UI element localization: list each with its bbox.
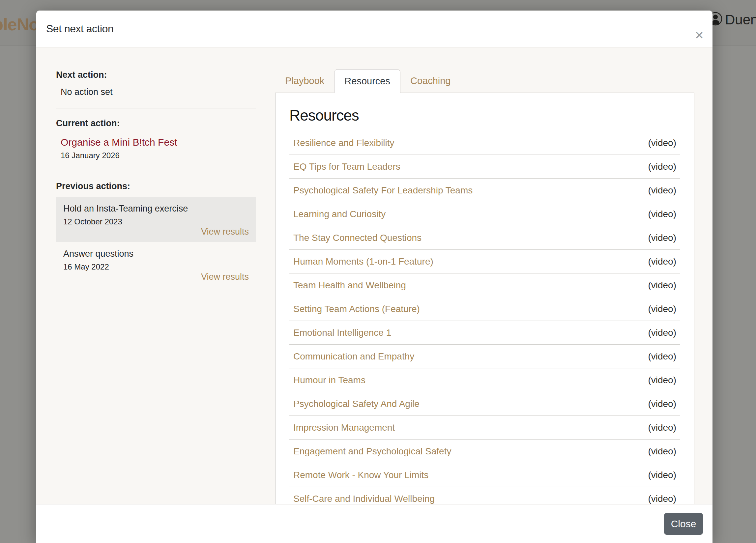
previous-action-title: Answer questions xyxy=(63,248,249,259)
resource-link[interactable]: Psychological Safety For Leadership Team… xyxy=(293,185,473,196)
resources-tab-panel: Resources Resilience and Flexibility (vi… xyxy=(275,93,694,543)
resource-link[interactable]: The Stay Connected Questions xyxy=(293,233,422,243)
resource-link[interactable]: Setting Team Actions (Feature) xyxy=(293,304,420,314)
resource-link[interactable]: Engagement and Psychological Safety xyxy=(293,446,451,457)
resource-row: Setting Team Actions (Feature) (video) xyxy=(289,297,680,321)
resource-row: Remote Work - Know Your Limits (video) xyxy=(289,463,680,487)
previous-action-date: 16 May 2022 xyxy=(63,262,249,272)
resource-type-badge: (video) xyxy=(648,351,676,362)
resource-type-badge: (video) xyxy=(648,422,676,433)
action-history-panel: Next action: No action set Current actio… xyxy=(56,69,256,543)
dialog-title: Set next action xyxy=(46,23,113,35)
resource-row: The Stay Connected Questions (video) xyxy=(289,226,680,250)
resource-link[interactable]: Humour in Teams xyxy=(293,375,365,386)
tab[interactable]: Playbook xyxy=(275,69,334,93)
resource-type-badge: (video) xyxy=(648,185,676,196)
resource-link[interactable]: EQ Tips for Team Leaders xyxy=(293,161,400,172)
resource-type-badge: (video) xyxy=(648,233,676,243)
view-results-link[interactable]: View results xyxy=(201,227,249,237)
previous-action-title: Hold an Insta-Teaming exercise xyxy=(63,203,249,214)
resource-row: Team Health and Wellbeing (video) xyxy=(289,273,680,297)
resources-heading: Resources xyxy=(289,106,680,125)
resource-row: Humour in Teams (video) xyxy=(289,368,680,392)
resource-link[interactable]: Learning and Curiosity xyxy=(293,209,386,219)
current-action-date: 16 January 2026 xyxy=(56,151,256,160)
resource-link[interactable]: Psychological Safety And Agile xyxy=(293,399,420,409)
resource-row: Impression Management (video) xyxy=(289,416,680,440)
resource-row: Communication and Empathy (video) xyxy=(289,345,680,368)
resource-link[interactable]: Team Health and Wellbeing xyxy=(293,280,406,291)
previous-action-item: Hold an Insta-Teaming exercise 12 Octobe… xyxy=(56,197,256,242)
resource-link[interactable]: Resilience and Flexibility xyxy=(293,138,394,148)
tab[interactable]: Resources xyxy=(334,69,400,93)
resource-type-badge: (video) xyxy=(648,494,676,504)
resource-row: Psychological Safety And Agile (video) xyxy=(289,392,680,416)
divider xyxy=(56,108,256,108)
resource-type-badge: (video) xyxy=(648,304,676,314)
resource-row: Human Moments (1-on-1 Feature) (video) xyxy=(289,250,680,273)
resource-row: Psychological Safety For Leadership Team… xyxy=(289,179,680,202)
next-action-label: Next action: xyxy=(56,69,256,80)
resource-type-badge: (video) xyxy=(648,209,676,219)
resource-link[interactable]: Human Moments (1-on-1 Feature) xyxy=(293,256,433,267)
resource-type-badge: (video) xyxy=(648,446,676,457)
resource-link[interactable]: Communication and Empathy xyxy=(293,351,414,362)
resource-link[interactable]: Self-Care and Individual Wellbeing xyxy=(293,494,435,504)
next-action-value: No action set xyxy=(56,86,256,98)
resource-type-badge: (video) xyxy=(648,138,676,148)
tab-bar: Playbook Resources Coaching xyxy=(275,69,694,93)
dialog-footer: Close xyxy=(36,504,712,543)
close-button[interactable]: Close xyxy=(664,513,703,535)
resource-link[interactable]: Impression Management xyxy=(293,422,395,433)
previous-actions-list: Hold an Insta-Teaming exercise 12 Octobe… xyxy=(56,197,256,287)
resources-list: Resilience and Flexibility (video) EQ Ti… xyxy=(289,131,680,511)
user-name[interactable]: Duena xyxy=(725,12,756,28)
resource-type-badge: (video) xyxy=(648,280,676,291)
dialog-body: Next action: No action set Current actio… xyxy=(36,47,712,543)
resource-row: Emotional Intelligence 1 (video) xyxy=(289,321,680,345)
resource-type-badge: (video) xyxy=(648,161,676,172)
view-results-link[interactable]: View results xyxy=(201,272,249,282)
current-action-label: Current action: xyxy=(56,118,256,129)
resource-row: Learning and Curiosity (video) xyxy=(289,202,680,226)
dialog-header: Set next action ✕ xyxy=(36,11,712,47)
resource-row: Resilience and Flexibility (video) xyxy=(289,131,680,155)
resource-type-badge: (video) xyxy=(648,328,676,338)
resource-type-badge: (video) xyxy=(648,375,676,386)
resource-type-badge: (video) xyxy=(648,399,676,409)
current-action-link[interactable]: Organise a Mini B!tch Fest xyxy=(56,136,256,149)
resource-type-badge: (video) xyxy=(648,470,676,480)
close-icon[interactable]: ✕ xyxy=(695,30,704,41)
previous-action-date: 12 October 2023 xyxy=(63,217,249,227)
tab[interactable]: Coaching xyxy=(400,69,461,93)
resource-link[interactable]: Remote Work - Know Your Limits xyxy=(293,470,428,480)
divider xyxy=(56,171,256,171)
previous-action-item: Answer questions 16 May 2022 View result… xyxy=(56,242,256,287)
content-panel: Playbook Resources Coaching Resources Re… xyxy=(275,69,694,543)
resource-type-badge: (video) xyxy=(648,256,676,267)
previous-actions-label: Previous actions: xyxy=(56,181,256,192)
resource-row: EQ Tips for Team Leaders (video) xyxy=(289,155,680,179)
set-next-action-dialog: Set next action ✕ Next action: No action… xyxy=(36,11,712,543)
resource-row: Engagement and Psychological Safety (vid… xyxy=(289,440,680,463)
resource-link[interactable]: Emotional Intelligence 1 xyxy=(293,328,391,338)
